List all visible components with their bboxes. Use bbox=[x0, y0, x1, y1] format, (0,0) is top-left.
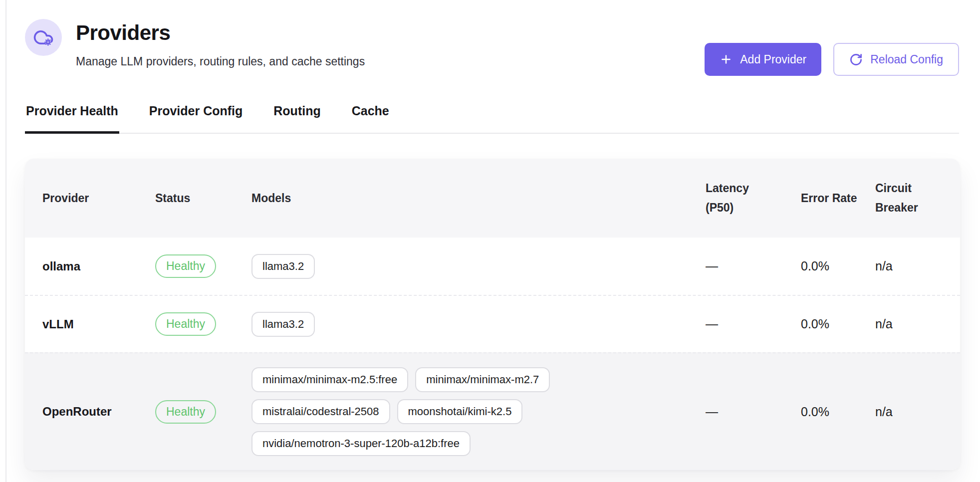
sidebar-edge-divider bbox=[5, 0, 6, 482]
add-provider-button[interactable]: Add Provider bbox=[705, 43, 821, 76]
page-content: Providers Manage LLM providers, routing … bbox=[0, 0, 980, 470]
refresh-icon bbox=[849, 53, 863, 66]
table-row: OpenRouter Healthy minimax/minimax-m2.5:… bbox=[25, 352, 960, 470]
error-rate-value: 0.0% bbox=[801, 259, 875, 273]
tab-cache[interactable]: Cache bbox=[351, 104, 390, 134]
model-chip: llama3.2 bbox=[251, 312, 315, 337]
tab-provider-config[interactable]: Provider Config bbox=[148, 104, 244, 134]
page-subtitle: Manage LLM providers, routing rules, and… bbox=[76, 55, 365, 68]
model-chip-list: minimax/minimax-m2.5:freeminimax/minimax… bbox=[251, 367, 706, 456]
provider-name: ollama bbox=[42, 259, 155, 273]
column-header-error-rate: Error Rate bbox=[801, 189, 860, 208]
model-chip: mistralai/codestral-2508 bbox=[251, 399, 390, 424]
header-actions: Add Provider Reload Config bbox=[705, 43, 959, 76]
status-badge: Healthy bbox=[155, 400, 216, 424]
latency-value: — bbox=[706, 259, 801, 273]
provider-name: vLLM bbox=[42, 317, 155, 331]
cloud-cog-icon bbox=[25, 19, 62, 56]
model-chip: moonshotai/kimi-k2.5 bbox=[397, 399, 523, 424]
status-badge: Healthy bbox=[155, 312, 216, 336]
model-chip: nvidia/nemotron-3-super-120b-a12b:free bbox=[251, 431, 471, 456]
plus-icon bbox=[720, 53, 733, 66]
latency-value: — bbox=[706, 405, 801, 419]
table-row: ollama Healthy llama3.2 — 0.0% n/a bbox=[25, 238, 960, 295]
providers-page: Providers Manage LLM providers, routing … bbox=[0, 0, 980, 482]
page-title: Providers bbox=[76, 21, 365, 45]
circuit-breaker-value: n/a bbox=[875, 405, 945, 419]
model-chip: minimax/minimax-m2.7 bbox=[415, 367, 550, 392]
model-chip: minimax/minimax-m2.5:free bbox=[251, 367, 408, 392]
title-block: Providers Manage LLM providers, routing … bbox=[76, 19, 365, 68]
error-rate-value: 0.0% bbox=[801, 317, 875, 331]
circuit-breaker-value: n/a bbox=[875, 317, 945, 331]
tab-bar: Provider HealthProvider ConfigRoutingCac… bbox=[25, 104, 959, 134]
page-header-left: Providers Manage LLM providers, routing … bbox=[25, 19, 365, 68]
add-provider-label: Add Provider bbox=[740, 53, 806, 66]
model-chip: llama3.2 bbox=[251, 254, 315, 279]
error-rate-value: 0.0% bbox=[801, 405, 875, 419]
model-chip-list: llama3.2 bbox=[251, 312, 706, 337]
tab-routing[interactable]: Routing bbox=[272, 104, 321, 134]
circuit-breaker-value: n/a bbox=[875, 259, 945, 273]
tab-provider-health[interactable]: Provider Health bbox=[25, 104, 119, 134]
reload-config-label: Reload Config bbox=[870, 53, 943, 66]
column-header-models: Models bbox=[251, 189, 706, 208]
provider-name: OpenRouter bbox=[42, 405, 155, 419]
latency-value: — bbox=[706, 317, 801, 331]
status-badge: Healthy bbox=[155, 254, 216, 278]
provider-health-table: Provider Status Models Latency (P50) Err… bbox=[25, 159, 960, 470]
model-chip-list: llama3.2 bbox=[251, 254, 706, 279]
reload-config-button[interactable]: Reload Config bbox=[833, 43, 959, 76]
column-header-provider: Provider bbox=[42, 189, 155, 208]
table-row: vLLM Healthy llama3.2 — 0.0% n/a bbox=[25, 295, 960, 352]
table-body: ollama Healthy llama3.2 — 0.0% n/a vLLM … bbox=[25, 238, 960, 470]
column-header-circuit-breaker: Circuit Breaker bbox=[875, 179, 934, 218]
table-header-row: Provider Status Models Latency (P50) Err… bbox=[25, 159, 960, 238]
column-header-status: Status bbox=[155, 189, 251, 208]
column-header-latency: Latency (P50) bbox=[706, 179, 764, 218]
page-header: Providers Manage LLM providers, routing … bbox=[25, 19, 959, 76]
